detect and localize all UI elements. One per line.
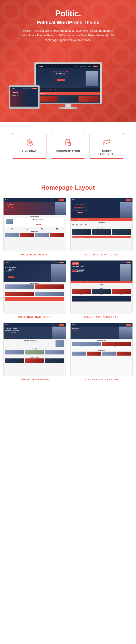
live-chat-label: LIVE CHAT xyxy=(22,150,36,152)
support-item-live-chat[interactable]: LIVE CHAT xyxy=(12,133,46,158)
political-campaign-thumb: Politic. Home About DONATE CunninghmJaco… xyxy=(3,260,66,314)
support-section: LIVE CHAT DOCUMENTATION xyxy=(0,122,136,165)
hero-subtitle: Political WordPress Theme xyxy=(4,20,132,26)
desktop-device: Politic. Home About Blog Contact DONATE xyxy=(34,62,102,109)
box-layout-label: BOX LAYOUT VERSION xyxy=(70,378,133,381)
box-layout-thumb: Politic. Home About DONATE We have adrea… xyxy=(70,323,133,376)
support-icons-row: LIVE CHAT DOCUMENTATION xyxy=(7,133,129,158)
section-divider xyxy=(0,165,136,182)
layout-item-political-candidate[interactable]: Politic. Home About DONATE It's Our SoBe… xyxy=(70,198,133,256)
devices-mockup: Politic. Home About Blog DONATE It xyxy=(4,51,132,109)
laptop-device: Politic. Home About Blog DONATE It xyxy=(9,85,40,109)
ticket-support-icon xyxy=(102,138,112,148)
logo: Politic. xyxy=(4,9,132,18)
homepage-layout-section: Homepage Layout Politic. Home About DONA… xyxy=(0,182,136,390)
layout-item-political-campaign[interactable]: Politic. Home About DONATE CunninghmJaco… xyxy=(3,260,66,318)
new-badge: NEW xyxy=(72,262,79,265)
layout-item-candidate-personal[interactable]: NEW Politic. Home About DONATE BE WITH xyxy=(70,260,133,318)
candidate-personal-thumb: NEW Politic. Home About DONATE BE WITH xyxy=(70,260,133,314)
layout-grid: Politic. Home About DONATE We have a dre… xyxy=(3,198,133,381)
candidate-personal-label: CANDIDATE PERSONAL xyxy=(70,316,133,318)
hero-section: Politic. Political WordPress Theme Polit… xyxy=(0,0,136,122)
layout-item-political-party[interactable]: Politic. Home About DONATE We have a dre… xyxy=(3,198,66,256)
hero-description: Politic – Political WordPress Theme is a… xyxy=(22,28,115,42)
support-item-documentation[interactable]: DOCUMENTATION xyxy=(51,133,85,158)
political-candidate-label: POLITICAL CANDIDATE xyxy=(70,253,133,256)
layout-item-box-layout[interactable]: Politic. Home About DONATE We have adrea… xyxy=(70,323,133,381)
svg-point-1 xyxy=(28,141,30,142)
documentation-label: DOCUMENTATION xyxy=(56,150,80,152)
one-page-thumb: Politic. Home About DONATE WE WILL THINK… xyxy=(3,323,66,376)
section-title: Homepage Layout xyxy=(3,184,133,191)
live-chat-icon xyxy=(24,138,34,148)
support-item-ticket[interactable]: TICKET SUPPORT xyxy=(90,133,124,158)
political-campaign-label: POLITICAL CAMPAIGN xyxy=(3,316,66,318)
svg-point-2 xyxy=(30,142,33,145)
political-party-label: POLITICAL PARTY xyxy=(3,253,66,256)
political-candidate-thumb: Politic. Home About DONATE It's Our SoBe… xyxy=(70,198,133,251)
layout-item-one-page[interactable]: Politic. Home About DONATE WE WILL THINK… xyxy=(3,323,66,381)
ticket-support-label: TICKET SUPPORT xyxy=(95,150,118,155)
documentation-icon xyxy=(63,138,73,148)
political-party-thumb: Politic. Home About DONATE We have a dre… xyxy=(3,198,66,251)
one-page-label: ONE PAGE VERSION xyxy=(3,378,66,381)
